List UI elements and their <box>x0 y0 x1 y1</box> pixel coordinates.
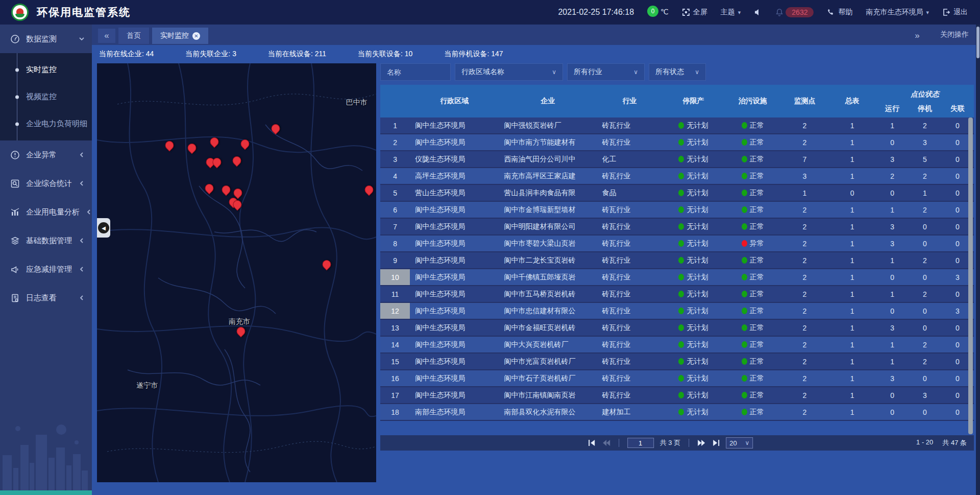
industry-cell: 建材加工 <box>597 404 662 420</box>
stop-plan-cell: 无计划 <box>662 286 724 302</box>
region-filter-select[interactable]: 行政区域名称 ∨ <box>455 63 563 81</box>
industry-filter-select[interactable]: 所有行业 ∨ <box>567 63 645 81</box>
run-count-cell: 1 <box>876 286 909 302</box>
table-row[interactable]: 13阆中生态环境局阆中市金福旺页岩机砖砖瓦行业无计划正常21300 <box>380 320 974 337</box>
table-row[interactable]: 15阆中生态环境局阆中市光富页岩机砖厂砖瓦行业无计划正常21120 <box>380 353 974 370</box>
table-row[interactable]: 7阆中生态环境局阆中明阳建材有限公司砖瓦行业无计划正常21300 <box>380 219 974 235</box>
chevron-left-icon <box>79 295 85 301</box>
stop-plan-cell: 无计划 <box>662 370 724 386</box>
tabs-scroll-left-button[interactable]: « <box>98 29 115 43</box>
region-cell: 仪陇生态环境局 <box>410 151 499 167</box>
stop-plan-cell: 无计划 <box>662 117 724 133</box>
notification-count-badge: 2632 <box>786 7 814 17</box>
table-row[interactable]: 10阆中生态环境局阆中千佛镇五郎垭页岩砖瓦行业无计划正常21003 <box>380 269 974 286</box>
tab-label: 首页 <box>127 31 141 40</box>
theme-menu[interactable]: 主题 ▾ <box>721 8 741 17</box>
table-row[interactable]: 16阆中生态环境局阆中市石子页岩机砖厂砖瓦行业无计划正常21300 <box>380 370 974 387</box>
status-dot-green <box>678 173 684 179</box>
stop-plan-cell: 无计划 <box>662 320 724 336</box>
table-row[interactable]: 12阆中生态环境局阆中市忠信建材有限公砖瓦行业无计划正常21003 <box>380 303 974 320</box>
table-row[interactable]: 8阆中生态环境局阆中市枣碧大梁山页岩砖瓦行业无计划异常21300 <box>380 235 974 252</box>
halt-count-cell: 0 <box>909 219 941 234</box>
table-row[interactable]: 11阆中生态环境局阆中市五马桥页岩机砖砖瓦行业无计划正常21120 <box>380 286 974 303</box>
industry-cell: 砖瓦行业 <box>597 269 662 285</box>
halt-count-cell: 0 <box>909 404 941 420</box>
table-row[interactable]: 2阆中生态环境局阆中市南方节能建材有砖瓦行业无计划正常21030 <box>380 134 974 151</box>
table-row[interactable]: 17阆中生态环境局阆中市江南镇阆南页岩砖瓦行业无计划正常21030 <box>380 387 974 404</box>
row-index-cell: 14 <box>380 337 410 352</box>
table-row[interactable]: 1阆中生态环境局阆中强锐页岩砖厂砖瓦行业无计划正常21120 <box>380 117 974 134</box>
sidebar-group-企业综合统计[interactable]: 企业综合统计 <box>0 169 92 198</box>
sidebar-group-数据监测[interactable]: 数据监测 <box>0 25 92 53</box>
mute-button[interactable] <box>754 8 762 16</box>
row-index-cell: 3 <box>380 151 410 167</box>
last-page-button[interactable] <box>712 439 720 446</box>
map-collapse-button[interactable]: ◀ <box>97 218 110 238</box>
total-pages-label: 共 3 页 <box>660 438 680 447</box>
company-cell: 阆中市金博瑞新型墙材 <box>499 202 597 218</box>
logout-button[interactable]: 退出 <box>942 8 968 17</box>
monitor-count-cell: 7 <box>781 151 828 167</box>
tab-首页[interactable]: 首页 <box>118 28 149 44</box>
name-filter-field[interactable] <box>380 63 451 81</box>
org-label: 南充市生态环境局 <box>866 8 923 17</box>
fullscreen-button[interactable]: 全屏 <box>682 8 707 17</box>
page-number-input[interactable] <box>627 438 654 448</box>
next-page-button[interactable] <box>697 439 705 446</box>
run-count-cell: 1 <box>876 353 909 369</box>
status-dot-green <box>742 257 747 264</box>
sidebar-item-实时监控[interactable]: 实时监控 <box>0 56 92 83</box>
name-filter-input[interactable] <box>387 68 444 76</box>
table-row[interactable]: 18南部生态环境局南部县双化水泥有限公建材加工无计划正常21000 <box>380 404 974 421</box>
run-count-cell: 3 <box>876 151 909 167</box>
meter-count-cell: 1 <box>828 151 876 167</box>
tab-实时监控[interactable]: 实时监控✕ <box>152 28 208 44</box>
page-scrollbar[interactable] <box>976 25 980 495</box>
tabs-scroll-right-button[interactable]: » <box>909 29 926 43</box>
sidebar-group-基础数据管理[interactable]: 基础数据管理 <box>0 226 92 255</box>
row-index-cell: 7 <box>380 219 410 234</box>
sidebar-item-企业电力负荷明细[interactable]: 企业电力负荷明细 <box>0 110 92 137</box>
status-filter-select[interactable]: 所有状态 ∨ <box>649 63 706 81</box>
status-dot-green <box>678 324 684 331</box>
run-count-cell: 3 <box>876 235 909 251</box>
col-header-index <box>380 85 410 117</box>
sidebar-group-日志查看[interactable]: 日志查看 <box>0 284 92 312</box>
map-city-label-巴中市: 巴中市 <box>346 98 368 107</box>
megaphone-icon <box>10 265 20 274</box>
table-row[interactable]: 9阆中生态环境局阆中市二龙长宝页岩砖砖瓦行业无计划正常21120 <box>380 252 974 269</box>
industry-cell: 砖瓦行业 <box>597 286 662 302</box>
sidebar-group-企业用电量分析[interactable]: 企业用电量分析 <box>0 198 92 226</box>
table-row[interactable]: 3仪陇生态环境局西南油气田分公司川中化工无计划正常71350 <box>380 151 974 168</box>
run-count-cell: 0 <box>876 387 909 403</box>
company-cell: 阆中市石子页岩机砖厂 <box>499 370 597 386</box>
status-dot-green <box>742 223 747 230</box>
table-row[interactable]: 5营山生态环境局营山县润丰肉食品有限食品无计划正常10010 <box>380 185 974 202</box>
monitor-count-cell: 2 <box>781 117 828 133</box>
map-panel[interactable]: 巴中市南充市遂宁市 ◀ <box>97 63 376 482</box>
sidebar-group-企业异常[interactable]: 企业异常 <box>0 140 92 169</box>
sidebar-group-应急减排管理[interactable]: 应急减排管理 <box>0 255 92 284</box>
tab-close-icon[interactable]: ✕ <box>192 32 200 40</box>
table-row[interactable]: 6阆中生态环境局阆中市金博瑞新型墙材砖瓦行业无计划正常21120 <box>380 202 974 219</box>
table-row[interactable]: 4高坪生态环境局南充市高坪区王家店建砖瓦行业无计划正常31220 <box>380 168 974 185</box>
table-row[interactable]: 14阆中生态环境局阆中大兴页岩机砖厂砖瓦行业无计划正常21120 <box>380 337 974 353</box>
first-page-button[interactable] <box>588 439 596 446</box>
help-button[interactable]: 帮助 <box>827 8 852 17</box>
table-scrollbar[interactable] <box>968 117 973 434</box>
halt-count-cell: 0 <box>909 320 941 336</box>
row-index-cell: 17 <box>380 387 410 403</box>
org-menu[interactable]: 南充市生态环境局 ▾ <box>866 8 929 17</box>
stat-当前停机设备: 当前停机设备: 147 <box>444 50 503 59</box>
status-dot-green <box>742 173 747 179</box>
prev-page-button[interactable] <box>602 439 610 446</box>
col-header-monitor: 监测点 <box>781 85 828 117</box>
col-header-lost: 失联 <box>941 100 974 117</box>
industry-cell: 砖瓦行业 <box>597 235 662 251</box>
notifications-button[interactable]: 2632 <box>775 7 814 17</box>
close-operations-button[interactable]: 关闭操作 <box>940 30 969 39</box>
sidebar-item-视频监控[interactable]: 视频监控 <box>0 83 92 110</box>
page-size-select[interactable]: 20 ∨ <box>726 437 753 449</box>
run-count-cell: 1 <box>876 117 909 133</box>
region-cell: 阆中生态环境局 <box>410 387 499 403</box>
